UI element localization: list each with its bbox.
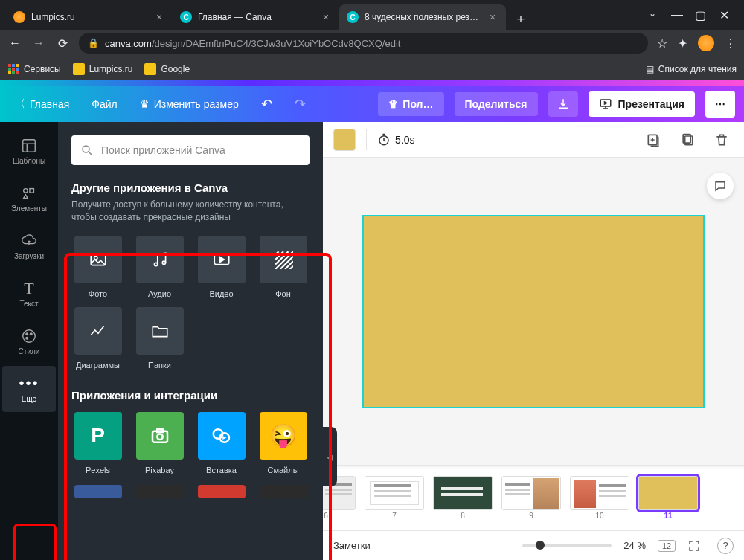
styles-icon	[21, 328, 37, 344]
app-emoji[interactable]: 😜 Смайлы	[257, 412, 310, 474]
help-button[interactable]: ?	[717, 538, 734, 554]
extension-icon[interactable]: ✦	[678, 36, 687, 51]
svg-rect-5	[16, 68, 19, 71]
download-button[interactable]	[548, 91, 578, 117]
browser-titlebar: Lumpics.ru × C Главная — Canva × C 8 чуд…	[0, 0, 744, 30]
elements-icon	[21, 185, 37, 202]
thumb-10[interactable]: 10	[570, 476, 629, 520]
close-window-icon[interactable]: ✕	[719, 8, 729, 22]
app-charts[interactable]: Диаграммы	[71, 307, 124, 370]
minimize-icon[interactable]: —	[671, 8, 682, 22]
rail-more[interactable]: ••• Еще	[2, 366, 56, 412]
current-slide[interactable]	[362, 215, 705, 408]
app-pexels[interactable]: P Pexels	[71, 412, 124, 474]
duplicate-page-button[interactable]	[676, 128, 699, 152]
present-button[interactable]: Презентация	[589, 91, 695, 117]
zoom-slider[interactable]	[522, 544, 612, 547]
menu-icon[interactable]: ⋮	[725, 36, 737, 51]
share-button[interactable]: Поделиться	[455, 92, 538, 116]
panel-collapse-handle[interactable]: ◂	[322, 427, 337, 486]
rail-label: Загрузки	[14, 252, 44, 260]
redo-button[interactable]: ↷	[289, 91, 312, 117]
app-audio[interactable]: Аудио	[133, 236, 186, 298]
add-page-button[interactable]	[641, 128, 665, 152]
thumb-7[interactable]: 7	[365, 476, 424, 520]
thumb-8[interactable]: 8	[433, 476, 493, 520]
star-icon[interactable]: ☆	[657, 36, 667, 51]
thumb-9[interactable]: 9	[501, 476, 561, 520]
tab-close-icon[interactable]: ×	[487, 11, 498, 23]
apps-panel: Другие приложения в Canva Получите досту…	[58, 122, 323, 560]
apps-section-subtitle: Получите доступ к большему количеству ко…	[71, 199, 310, 224]
resize-label: Изменить размер	[154, 98, 239, 110]
maximize-icon[interactable]: ▢	[695, 8, 705, 22]
rail-elements[interactable]: Элементы	[2, 176, 56, 222]
reload-button[interactable]: ⟳	[55, 36, 70, 51]
undo-button[interactable]: ↶	[255, 91, 278, 117]
canvas-stage[interactable]	[323, 158, 744, 465]
new-tab-button[interactable]: +	[510, 9, 531, 30]
rail-uploads[interactable]: Загрузки	[2, 223, 56, 269]
browser-tab-lumpics[interactable]: Lumpics.ru ×	[6, 4, 173, 30]
app-video[interactable]: Видео	[195, 236, 248, 298]
page-count-button[interactable]: 12	[658, 540, 676, 552]
page-color-swatch[interactable]	[333, 129, 356, 151]
home-button[interactable]: 〈 Главная	[9, 93, 75, 115]
apps-search[interactable]	[71, 135, 310, 165]
apps-search-input[interactable]	[101, 144, 301, 156]
fullscreen-button[interactable]	[687, 539, 705, 553]
browser-tab-canva-design[interactable]: C 8 чудесных полезных результа ×	[339, 4, 506, 30]
rail-templates[interactable]: Шаблоны	[2, 128, 56, 174]
pro-label: Пол…	[403, 98, 433, 110]
search-icon	[80, 144, 94, 157]
tile-label: Pixabay	[145, 466, 174, 474]
svg-rect-1	[12, 64, 15, 67]
chart-icon	[89, 321, 108, 341]
list-icon: ▤	[646, 64, 654, 74]
app-pixabay[interactable]: Pixabay	[133, 412, 186, 474]
bookmark-lumpics[interactable]: Lumpics.ru	[73, 63, 133, 75]
zoom-knob[interactable]	[536, 541, 545, 550]
home-label: Главная	[30, 98, 69, 110]
profile-avatar[interactable]	[698, 35, 714, 51]
app-partial-2[interactable]	[133, 485, 186, 498]
app-partial-4[interactable]	[257, 485, 310, 498]
app-folders[interactable]: Папки	[133, 307, 186, 370]
tile-label: Смайлы	[267, 466, 298, 474]
forward-button[interactable]: →	[31, 36, 46, 50]
chevron-down-icon[interactable]: ⌄	[647, 8, 658, 22]
tab-close-icon[interactable]: ×	[153, 11, 165, 23]
url-input[interactable]: 🔒 canva.com/design/DAEmftnPuC4/3CJw3uV1X…	[79, 33, 648, 54]
app-background[interactable]: Фон	[257, 236, 310, 298]
app-embed[interactable]: Вставка	[195, 412, 248, 474]
thumb-11[interactable]: 11	[638, 476, 698, 520]
rail-styles[interactable]: Стили	[2, 318, 56, 364]
resize-button[interactable]: ♛ Изменить размер	[134, 94, 245, 115]
more-menu-button[interactable]: ⋯	[705, 91, 735, 118]
pro-button[interactable]: ♛ Пол…	[378, 92, 443, 116]
file-menu[interactable]: Файл	[86, 94, 123, 115]
app-partial-1[interactable]	[71, 485, 124, 498]
comment-button[interactable]	[707, 173, 734, 199]
app-partial-3[interactable]	[195, 485, 248, 498]
svg-point-15	[30, 332, 32, 335]
reading-list-button[interactable]: ▤ Список для чтения	[635, 62, 737, 76]
bookmark-services[interactable]: Сервисы	[7, 63, 61, 75]
bookmark-google[interactable]: Google	[144, 63, 190, 75]
download-icon	[557, 97, 570, 111]
apps-section-title: Другие приложения в Canva	[71, 181, 310, 194]
apps-grid-icon	[7, 63, 19, 75]
duration-button[interactable]: 5.0s	[377, 133, 414, 147]
back-button[interactable]: ←	[7, 36, 22, 50]
tab-close-icon[interactable]: ×	[320, 11, 332, 23]
folder-icon	[73, 63, 85, 75]
app-photo[interactable]: Фото	[71, 236, 124, 298]
notes-button[interactable]: Заметки	[333, 540, 371, 551]
zoom-value[interactable]: 24 %	[623, 540, 646, 551]
pixabay-icon	[136, 412, 184, 460]
delete-page-button[interactable]	[710, 128, 734, 152]
rail-text[interactable]: T Текст	[2, 271, 56, 317]
tile-label: Фото	[89, 289, 107, 298]
browser-tab-canva-home[interactable]: C Главная — Canva ×	[173, 4, 339, 30]
tile-label: Вставка	[206, 466, 237, 474]
